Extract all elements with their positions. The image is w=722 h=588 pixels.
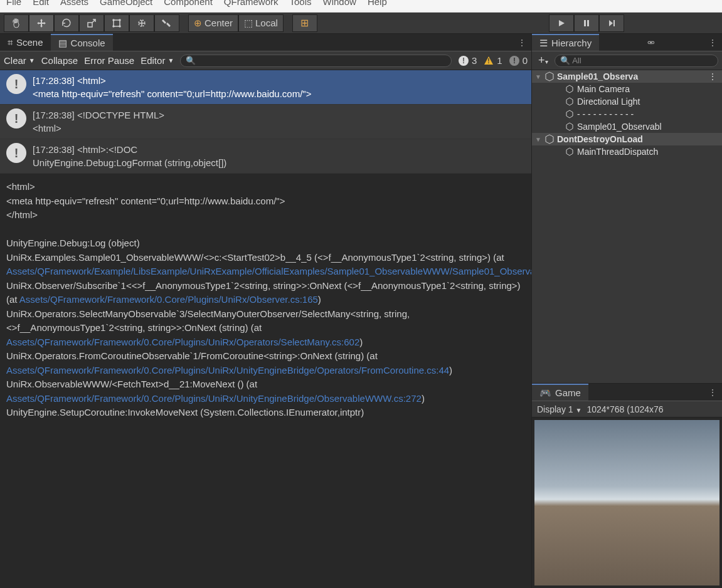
custom-tool-button[interactable] <box>154 14 179 32</box>
snap-button[interactable]: ⊞ <box>292 14 317 32</box>
resolution-dropdown[interactable]: 1024*768 (1024x76 <box>587 404 663 414</box>
unity-icon <box>544 134 555 144</box>
tab-console[interactable]: ▤Console <box>51 34 113 51</box>
stacktrace-link[interactable]: Assets/QFramework/Framework/0.Core/Plugi… <box>6 393 422 404</box>
expand-arrow-icon[interactable]: ▼ <box>534 136 542 143</box>
svg-point-2 <box>113 19 114 21</box>
game-toolbar: Display 1 ▼ 1024*768 (1024x76 <box>532 401 722 417</box>
unity-icon <box>544 71 555 81</box>
move-tool-button[interactable] <box>29 14 54 32</box>
hand-tool-button[interactable] <box>4 14 29 32</box>
svg-rect-0 <box>88 23 92 27</box>
collapse-button[interactable]: Collapse <box>41 55 78 66</box>
hierarchy-tree: ▼ Sample01_Observa ⋮ Main Camera Directi… <box>532 70 722 383</box>
info-icon: ! <box>6 74 26 94</box>
console-toolbar: Clear▼ Collapse Error Pause Editor▼ 🔍 ! … <box>0 51 531 70</box>
gameobject-icon <box>565 84 575 94</box>
scale-tool-button[interactable] <box>79 14 104 32</box>
rotate-tool-button[interactable] <box>54 14 79 32</box>
hierarchy-item[interactable]: Directional Light <box>532 95 722 108</box>
error-count[interactable]: ! 0 <box>509 55 528 66</box>
info-icon: ! <box>6 143 26 163</box>
transform-tool-button[interactable] <box>129 14 154 32</box>
game-view[interactable] <box>534 420 719 585</box>
gameobject-icon <box>565 122 575 132</box>
stacktrace-link[interactable]: Assets/QFramework/Framework/0.Core/Plugi… <box>6 365 449 375</box>
scene-root[interactable]: ▼ Sample01_Observa ⋮ <box>532 70 722 83</box>
tab-hierarchy[interactable]: ☰Hierarchy <box>532 34 599 51</box>
svg-point-3 <box>119 19 120 21</box>
menu-edit[interactable]: Edit <box>33 0 49 7</box>
info-icon: ! <box>6 108 26 129</box>
search-icon: 🔍 <box>560 56 570 65</box>
center-icon: ⊕ <box>194 18 202 29</box>
editor-dropdown[interactable]: Editor▼ <box>141 55 174 66</box>
svg-text:!: ! <box>513 56 516 65</box>
svg-text:!: ! <box>462 56 465 65</box>
stacktrace-link[interactable]: Assets/QFramework/Framework/0.Core/Plugi… <box>19 294 318 305</box>
svg-rect-7 <box>584 20 586 26</box>
lock-icon[interactable]: ⚮ <box>642 38 660 48</box>
log-item[interactable]: ! [17:28:38] <!DOCTYPE HTML><html> <box>0 105 531 139</box>
rect-tool-button[interactable] <box>104 14 129 32</box>
tab-game[interactable]: 🎮Game <box>532 384 588 401</box>
rotation-toggle[interactable]: ⬚Local <box>238 14 284 32</box>
error-pause-button[interactable]: Error Pause <box>84 55 134 66</box>
tab-context-menu[interactable]: ⋮ <box>703 38 722 48</box>
warn-count[interactable]: ! 1 <box>483 55 502 66</box>
svg-point-5 <box>119 26 120 27</box>
menu-help[interactable]: Help <box>368 0 387 7</box>
log-item[interactable]: ! [17:28:38] <html><meta http-equiv="ref… <box>0 70 531 105</box>
stacktrace-link[interactable]: Assets/QFramework/Framework/0.Core/Plugi… <box>6 337 359 347</box>
game-icon: 🎮 <box>539 387 551 399</box>
tab-scene[interactable]: ⌗Scene <box>0 34 51 51</box>
clear-button[interactable]: Clear▼ <box>4 55 35 66</box>
info-count[interactable]: ! 3 <box>458 55 477 66</box>
hierarchy-item[interactable]: MainThreadDispatch <box>532 145 722 158</box>
log-item[interactable]: ! [17:28:38] <html>:<!DOCUnityEngine.Deb… <box>0 139 531 174</box>
gameobject-icon <box>565 147 575 157</box>
local-icon: ⬚ <box>244 18 253 29</box>
console-log-list: ! [17:28:38] <html><meta http-equiv="ref… <box>0 70 531 174</box>
hierarchy-icon: ☰ <box>539 38 548 49</box>
gameobject-icon <box>565 97 575 107</box>
left-panel-tabs: ⌗Scene ▤Console ⋮ <box>0 34 531 51</box>
stacktrace-link[interactable]: Assets/QFramework/Example/LibsExample/Un… <box>6 266 531 276</box>
svg-rect-9 <box>613 20 615 26</box>
hierarchy-toolbar: +▾ 🔍 All <box>532 51 722 70</box>
console-detail-pane[interactable]: <html> <meta http-equiv="refresh" conten… <box>0 174 531 588</box>
play-button[interactable] <box>549 14 574 32</box>
search-icon: 🔍 <box>186 56 196 65</box>
hierarchy-item[interactable]: - - - - - - - - - - - <box>532 108 722 120</box>
console-search-input[interactable]: 🔍 <box>180 55 452 67</box>
scene-root[interactable]: ▼ DontDestroyOnLoad <box>532 133 722 145</box>
toolbar: ⊕Center ⬚Local ⊞ <box>0 13 722 34</box>
svg-rect-8 <box>587 20 589 26</box>
expand-arrow-icon[interactable]: ▼ <box>534 73 542 80</box>
svg-point-4 <box>113 26 114 27</box>
pause-button[interactable] <box>574 14 599 32</box>
console-icon: ▤ <box>58 38 67 49</box>
menu-tools[interactable]: Tools <box>290 0 312 7</box>
pivot-toggle[interactable]: ⊕Center <box>188 14 238 32</box>
create-button[interactable]: +▾ <box>536 54 551 67</box>
menu-gameobject[interactable]: GameObject <box>100 0 152 7</box>
display-dropdown[interactable]: Display 1 ▼ <box>537 404 581 414</box>
menu-assets[interactable]: Assets <box>60 0 88 7</box>
menu-component[interactable]: Component <box>164 0 213 7</box>
tab-context-menu[interactable]: ⋮ <box>703 387 722 397</box>
context-icon[interactable]: ⋮ <box>708 71 719 81</box>
svg-text:!: ! <box>488 58 490 65</box>
step-button[interactable] <box>599 14 624 32</box>
game-tabs: 🎮Game ⋮ <box>532 384 722 401</box>
hierarchy-search-input[interactable]: 🔍 All <box>555 55 718 67</box>
svg-rect-1 <box>114 20 120 26</box>
hierarchy-item[interactable]: Main Camera <box>532 83 722 95</box>
menu-window[interactable]: Window <box>323 0 356 7</box>
menu-file[interactable]: File <box>6 0 21 7</box>
tab-context-menu[interactable]: ⋮ <box>512 38 531 48</box>
scene-icon: ⌗ <box>8 37 13 48</box>
menu-qframework[interactable]: QFramework <box>224 0 279 7</box>
hierarchy-item[interactable]: Sample01_Observabl <box>532 120 722 133</box>
menu-bar: File Edit Assets GameObject Component QF… <box>0 0 722 13</box>
